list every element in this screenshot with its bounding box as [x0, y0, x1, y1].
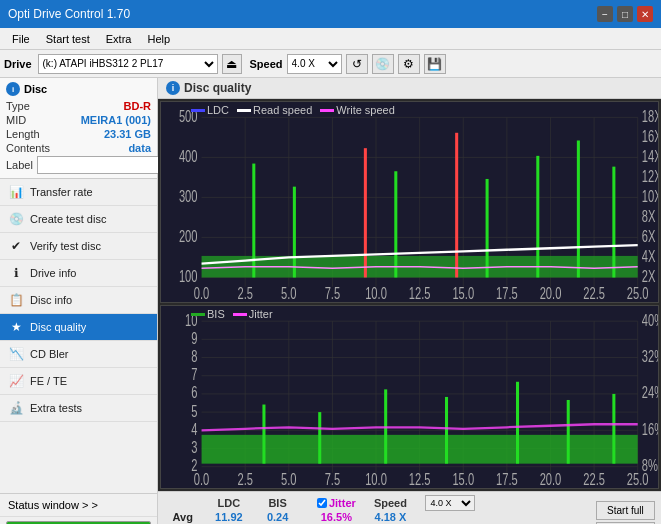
legend-read: Read speed [237, 104, 312, 116]
menu-help[interactable]: Help [139, 31, 178, 47]
legend-write-label: Write speed [336, 104, 395, 116]
svg-text:24%: 24% [642, 383, 658, 402]
svg-rect-48 [536, 156, 539, 278]
drive-select[interactable]: (k:) ATAPI iHBS312 2 PL17 [38, 54, 218, 74]
stats-avg-row: Avg 11.92 0.24 16.5% 4.18 X [164, 511, 482, 523]
create-disc-icon: 💿 [8, 211, 24, 227]
svg-text:4: 4 [191, 420, 197, 439]
app-title: Opti Drive Control 1.70 [8, 7, 130, 21]
titlebar: Opti Drive Control 1.70 − □ ✕ [0, 0, 661, 28]
sidebar-item-extra-tests[interactable]: 🔬 Extra tests [0, 395, 157, 422]
svg-rect-101 [516, 382, 519, 464]
disc-title: Disc [24, 83, 47, 95]
sidebar-item-disc-info[interactable]: 📋 Disc info [0, 287, 157, 314]
sidebar-item-drive-info[interactable]: ℹ Drive info [0, 260, 157, 287]
svg-text:12X: 12X [642, 167, 658, 186]
sidebar-item-verify-test-disc[interactable]: ✔ Verify test disc [0, 233, 157, 260]
charts-container: LDC Read speed Write speed [158, 99, 661, 491]
avg-ldc: 11.92 [201, 511, 256, 523]
speed-select-stats[interactable]: 4.0 X [425, 495, 475, 511]
svg-text:22.5: 22.5 [583, 470, 605, 488]
menu-file[interactable]: File [4, 31, 38, 47]
extra-tests-icon: 🔬 [8, 400, 24, 416]
speed-select-top[interactable]: 4.0 X [287, 54, 342, 74]
svg-rect-97 [262, 405, 265, 464]
svg-text:20.0: 20.0 [540, 284, 562, 302]
settings-icon-btn[interactable]: ⚙ [398, 54, 420, 74]
content-area: i Disc quality LDC Read speed [158, 78, 661, 524]
svg-text:10X: 10X [642, 187, 658, 206]
save-icon-btn[interactable]: 💾 [424, 54, 446, 74]
jitter-checkbox[interactable] [317, 498, 327, 508]
speed-icon-btn[interactable]: ↺ [346, 54, 368, 74]
stats-area: LDC BIS Jitter Speed [158, 491, 661, 524]
legend-read-label: Read speed [253, 104, 312, 116]
stats-row: LDC BIS Jitter Speed [164, 495, 655, 524]
svg-rect-47 [486, 179, 489, 278]
sidebar-item-disc-quality[interactable]: ★ Disc quality [0, 314, 157, 341]
speed-label: Speed [250, 58, 283, 70]
disc-label-input[interactable] [37, 156, 170, 174]
disc-mid-label: MID [6, 114, 26, 126]
drive-info-icon: ℹ [8, 265, 24, 281]
svg-text:9: 9 [191, 329, 197, 348]
svg-text:300: 300 [179, 187, 198, 206]
drive-label: Drive [4, 58, 32, 70]
eject-button[interactable]: ⏏ [222, 54, 242, 74]
legend-bis: BIS [191, 308, 225, 320]
disc-icon-btn[interactable]: 💿 [372, 54, 394, 74]
disc-label-row: Label 🔍 [6, 156, 151, 174]
menu-start-test[interactable]: Start test [38, 31, 98, 47]
chart-header: i Disc quality [158, 78, 661, 99]
disc-mid-value: MEIRA1 (001) [81, 114, 151, 126]
sidebar-label-drive-info: Drive info [30, 267, 76, 279]
chart-bottom-svg: 10 9 8 7 6 5 4 3 2 40% 32% 24% 16% 8% [161, 306, 658, 488]
sidebar-item-fe-te[interactable]: 📈 FE / TE [0, 368, 157, 395]
sidebar-label-create-test-disc: Create test disc [30, 213, 106, 225]
avg-speed: 4.18 X [362, 511, 419, 523]
legend-write: Write speed [320, 104, 395, 116]
drive-speed-bar: Drive (k:) ATAPI iHBS312 2 PL17 ⏏ Speed … [0, 50, 661, 78]
svg-text:5: 5 [191, 401, 197, 420]
sidebar-label-disc-quality: Disc quality [30, 321, 86, 333]
disc-type-value: BD-R [124, 100, 152, 112]
read-color [237, 109, 251, 112]
svg-text:7: 7 [191, 365, 197, 384]
col-jitter-checkbox: Jitter [311, 495, 362, 511]
svg-text:6: 6 [191, 383, 197, 402]
disc-contents-label: Contents [6, 142, 50, 154]
menu-extra[interactable]: Extra [98, 31, 140, 47]
svg-rect-49 [577, 140, 580, 277]
svg-text:40%: 40% [642, 311, 658, 330]
svg-text:3: 3 [191, 438, 197, 457]
avg-label: Avg [164, 511, 201, 523]
svg-text:10.0: 10.0 [365, 470, 387, 488]
svg-text:15.0: 15.0 [452, 284, 474, 302]
disc-contents-value: data [128, 142, 151, 154]
sidebar-item-cd-bler[interactable]: 📉 CD Bler [0, 341, 157, 368]
col-speed: Speed [362, 495, 419, 511]
svg-rect-50 [612, 167, 615, 278]
fe-te-icon: 📈 [8, 373, 24, 389]
svg-text:0.0: 0.0 [194, 284, 210, 302]
minimize-button[interactable]: − [597, 6, 613, 22]
sidebar-item-create-test-disc[interactable]: 💿 Create test disc [0, 206, 157, 233]
svg-text:7.5: 7.5 [325, 470, 341, 488]
disc-type-row: Type BD-R [6, 100, 151, 112]
status-window-label: Status window > > [8, 499, 98, 511]
sidebar-label-fe-te: FE / TE [30, 375, 67, 387]
svg-text:4X: 4X [642, 247, 656, 266]
start-full-button[interactable]: Start full [596, 501, 655, 520]
avg-empty [299, 511, 311, 523]
sidebar-item-transfer-rate[interactable]: 📊 Transfer rate [0, 179, 157, 206]
status-window-item[interactable]: Status window > > [0, 494, 157, 517]
svg-text:25.0: 25.0 [627, 470, 649, 488]
svg-text:14X: 14X [642, 147, 658, 166]
svg-text:400: 400 [179, 147, 198, 166]
chart-title: Disc quality [184, 81, 251, 95]
maximize-button[interactable]: □ [617, 6, 633, 22]
close-button[interactable]: ✕ [637, 6, 653, 22]
window-controls: − □ ✕ [597, 6, 653, 22]
svg-text:12.5: 12.5 [409, 470, 431, 488]
svg-text:17.5: 17.5 [496, 284, 518, 302]
